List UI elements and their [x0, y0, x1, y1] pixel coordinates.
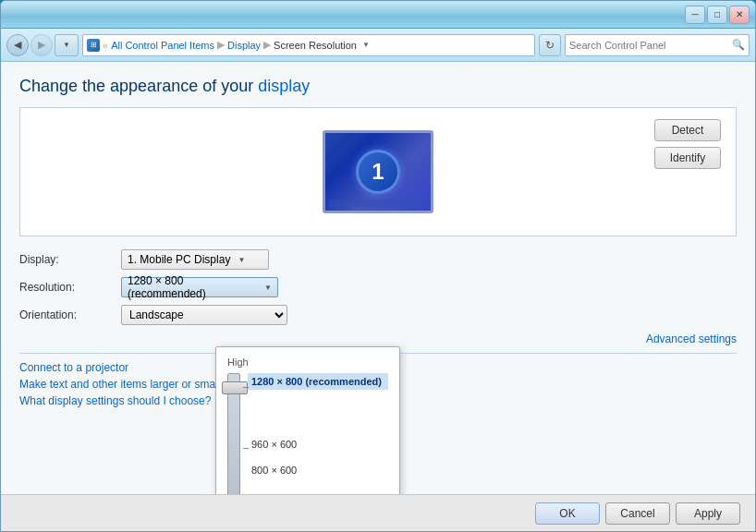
nav-buttons: ◀ ▶ ▼: [6, 34, 79, 56]
monitor-preview: 1: [323, 130, 433, 213]
res-slider-area: 1280 × 800 (recommended) 960 × 600 800 ×…: [216, 369, 399, 494]
res-option-1280[interactable]: 1280 × 800 (recommended): [248, 373, 388, 390]
breadcrumb-all-items[interactable]: All Control Panel Items: [111, 40, 214, 51]
control-panel-icon: ⊞: [87, 39, 100, 52]
display-value: 1. Mobile PC Display: [128, 253, 230, 266]
res-option-960[interactable]: 960 × 600: [248, 436, 388, 453]
breadcrumb-display[interactable]: Display: [227, 40, 261, 51]
close-button[interactable]: ✕: [729, 6, 750, 24]
orientation-label: Orientation:: [19, 308, 121, 321]
refresh-button[interactable]: ↻: [539, 34, 561, 56]
cancel-button[interactable]: Cancel: [605, 502, 670, 525]
maximize-button[interactable]: □: [707, 6, 727, 24]
orientation-row: Orientation: Landscape Portrait Landscap…: [19, 305, 737, 325]
display-dropdown[interactable]: 1. Mobile PC Display ▼: [121, 249, 269, 270]
detect-identify-buttons: Detect Identify: [654, 119, 721, 169]
title-bar: ─ □ ✕: [1, 1, 755, 29]
title-bar-controls: ─ □ ✕: [685, 6, 750, 24]
apply-button[interactable]: Apply: [676, 502, 740, 525]
forward-button[interactable]: ▶: [30, 34, 53, 56]
breadcrumb-dropdown-button[interactable]: ▼: [359, 34, 373, 56]
resolution-value: 1280 × 800 (recommended): [128, 274, 257, 300]
resolution-row: Resolution: 1280 × 800 (recommended) ▼: [19, 277, 737, 297]
display-row: Display: 1. Mobile PC Display ▼: [19, 249, 737, 270]
resolution-slider-thumb[interactable]: [222, 381, 248, 394]
breadcrumb-arrow-2: ▶: [263, 39, 271, 51]
address-bar: ◀ ▶ ▼ ⊞ « All Control Panel Items ▶ Disp…: [1, 29, 755, 62]
search-input[interactable]: [569, 40, 728, 51]
orientation-select[interactable]: Landscape Portrait Landscape (flipped) P…: [121, 305, 287, 325]
breadcrumb-sep-1: «: [103, 40, 108, 51]
search-icon[interactable]: 🔍: [732, 39, 745, 51]
resolution-dropdown-trigger[interactable]: 1280 × 800 (recommended) ▼: [121, 277, 278, 297]
monitor-number: 1: [356, 150, 400, 194]
main-window: ─ □ ✕ ◀ ▶ ▼ ⊞ « All Control Panel Items …: [0, 0, 756, 532]
bottom-bar: OK Cancel Apply: [1, 494, 755, 531]
detect-button[interactable]: Detect: [654, 119, 721, 141]
page-title: Change the appearance of your display: [19, 77, 737, 96]
res-options-list: 1280 × 800 (recommended) 960 × 600 800 ×…: [248, 373, 388, 478]
breadcrumb-bar: ⊞ « All Control Panel Items ▶ Display ▶ …: [82, 34, 535, 56]
recent-pages-button[interactable]: ▼: [55, 34, 79, 56]
monitor-taskbar: [329, 200, 427, 207]
resolution-dropdown-open: High 1280 × 800 (recommended) 960 × 600 …: [215, 346, 400, 494]
display-preview-box: 1 Detect Identify: [19, 107, 737, 236]
ok-button[interactable]: OK: [535, 502, 600, 525]
minimize-button[interactable]: ─: [685, 6, 705, 24]
breadcrumb-current: Screen Resolution: [274, 40, 357, 51]
back-button[interactable]: ◀: [6, 34, 29, 56]
advanced-settings-row: Advanced settings: [19, 332, 737, 345]
resolution-dropdown-arrow: ▼: [264, 284, 272, 292]
display-dropdown-arrow: ▼: [238, 256, 245, 264]
resolution-label: Resolution:: [19, 281, 121, 294]
res-option-800[interactable]: 800 × 600: [248, 462, 388, 478]
advanced-settings-link[interactable]: Advanced settings: [646, 332, 737, 345]
resolution-slider-track[interactable]: [227, 373, 240, 494]
breadcrumb-arrow-1: ▶: [217, 39, 225, 51]
display-label: Display:: [19, 253, 121, 266]
search-box: 🔍: [565, 34, 750, 56]
content-area: Change the appearance of your display 1 …: [1, 62, 755, 494]
identify-button[interactable]: Identify: [654, 147, 721, 169]
res-high-label: High: [216, 355, 399, 369]
